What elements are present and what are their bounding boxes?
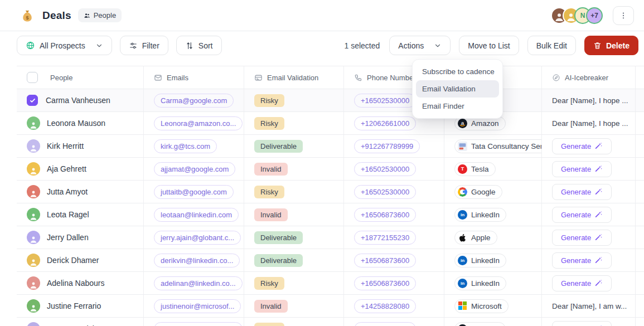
company-pill[interactable]: inLinkedIn (454, 254, 506, 267)
menu-item-email-validation[interactable]: Email Validation (416, 80, 499, 98)
email-pill[interactable]: justinenoir@microsof... (154, 299, 241, 313)
email-cell: Carma@google.com (144, 89, 244, 111)
table-row[interactable]: Derick Dhamerderikvin@linkedin.co...Deli… (17, 249, 644, 272)
email-pill[interactable]: juttaitb@google.com (154, 185, 234, 199)
people-cell: Carma Vanheusen (17, 89, 144, 111)
column-header-email-validation[interactable]: Email Validation (244, 66, 344, 89)
validation-cell: Deliverable (244, 226, 344, 249)
sort-button[interactable]: Sort (176, 36, 222, 55)
email-pill[interactable]: Carma@google.com (154, 94, 234, 108)
phone-pill[interactable]: +16502530000 (354, 185, 416, 199)
bulk-edit-button[interactable]: Bulk Edit (527, 36, 576, 55)
phone-pill[interactable]: +12062661000 (354, 116, 416, 130)
phone-pill[interactable]: +16502530000 (354, 162, 416, 176)
delete-label: Delete (606, 41, 630, 50)
generate-icebreaker-button[interactable]: Generate (552, 207, 612, 223)
table-row[interactable]: Leota Ragelleotaan@linkedin.comInvalid+1… (17, 203, 644, 226)
company-pill[interactable]: TTesla (454, 162, 496, 176)
row-checkbox[interactable] (27, 95, 38, 106)
phone-pill[interactable]: +16506873600 (354, 254, 416, 267)
phone-pill[interactable]: +14258828080 (354, 299, 416, 313)
person-name: Kirk Herritt (47, 142, 84, 150)
menu-item-subscribe-to-cadence[interactable]: Subscribe to cadence (416, 63, 499, 80)
company-pill[interactable]: Tata Consultancy Services (454, 139, 542, 153)
phone-cell: +18772155230 (344, 226, 444, 249)
email-cell: Leonora@amazon.co... (144, 112, 244, 134)
table-row[interactable]: Leonora MausonLeonora@amazon.co...Risky+… (17, 112, 644, 135)
table-row[interactable]: Franec Puzickfrancaronia@amazon...Risky+… (17, 318, 644, 326)
actions-button[interactable]: Actions (389, 36, 451, 55)
email-pill[interactable]: Leonora@amazon.co... (154, 116, 243, 130)
icebreaker-cell: Generate (542, 135, 636, 157)
user-avatar[interactable]: +7 (586, 7, 603, 24)
email-pill[interactable]: adelinan@linkedin.co... (154, 276, 243, 290)
move-to-list-button[interactable]: Move to List (459, 36, 519, 55)
table-row[interactable]: Carma VanheusenCarma@google.comRisky+165… (17, 89, 644, 112)
column-header-ai-icebreaker[interactable]: AI-Icebreaker (542, 66, 636, 89)
icebreaker-cell: Generate (542, 226, 636, 249)
select-all-checkbox[interactable] (27, 72, 38, 83)
company-name: Tesla (471, 165, 489, 173)
avatar (27, 208, 40, 221)
email-cell: francaronia@amazon... (144, 318, 244, 326)
company-pill[interactable]: Microsoft (454, 299, 509, 313)
column-label: Phone Number (367, 74, 415, 82)
magic-wand-icon (595, 279, 603, 287)
generate-icebreaker-button[interactable]: Generate (552, 138, 612, 154)
people-icon (84, 12, 90, 19)
table-row[interactable]: Aja Gehrettajjamat@google.comInvalid+165… (17, 158, 644, 181)
company-name: Google (471, 188, 496, 196)
company-pill[interactable]: Apple (454, 231, 497, 245)
generate-icebreaker-button[interactable]: Generate (552, 184, 612, 200)
company-pill[interactable]: inLinkedIn (454, 208, 506, 222)
more-options-button[interactable] (613, 6, 634, 25)
email-cell: justinenoir@microsof... (144, 295, 244, 317)
context-badge-label: People (94, 11, 116, 20)
table-row[interactable]: Jutta Amyotjuttaitb@google.comRisky+1650… (17, 181, 644, 203)
app-header: $ Deals People N+7 (0, 0, 644, 31)
email-pill[interactable]: francaronia@amazon... (154, 322, 243, 326)
person-name: Carma Vanheusen (46, 96, 110, 105)
filter-button[interactable]: Filter (120, 36, 168, 55)
phone-pill[interactable]: +12062661000 (354, 322, 416, 326)
phone-pill[interactable]: +16502530000 (354, 94, 416, 108)
move-to-list-label: Move to List (468, 41, 510, 50)
email-pill[interactable]: jerry.ajain@globant.c... (154, 231, 241, 245)
overflow-cell (636, 135, 644, 157)
menu-item-email-finder[interactable]: Email Finder (416, 98, 499, 115)
company-pill[interactable]: Google (454, 185, 502, 199)
generate-icebreaker-button[interactable]: Generate (552, 252, 612, 269)
generate-icebreaker-button[interactable]: Generate (552, 161, 612, 177)
overflow-cell (636, 89, 644, 111)
people-cell: Aja Gehrett (17, 158, 144, 180)
column-label: Emails (167, 74, 188, 82)
email-pill[interactable]: leotaan@linkedin.com (154, 208, 239, 222)
email-pill[interactable]: kirk.g@tcs.com (154, 139, 217, 153)
email-pill[interactable]: derikvin@linkedin.co... (154, 254, 240, 267)
table-row[interactable]: Justine Ferrariojustinenoir@microsof...I… (17, 295, 644, 318)
generate-icebreaker-button[interactable]: Generate (552, 321, 612, 326)
table-row[interactable]: Kirk Herrittkirk.g@tcs.comDeliverable+91… (17, 135, 644, 158)
column-header-people[interactable]: People (17, 66, 144, 89)
phone-pill[interactable]: +18772155230 (354, 231, 416, 245)
column-header-emails[interactable]: Emails (144, 66, 244, 89)
people-cell: Leota Ragel (17, 203, 144, 226)
phone-pill[interactable]: +912267789999 (354, 139, 420, 153)
validation-badge: Risky (254, 94, 284, 107)
person-name: Jutta Amyot (47, 187, 88, 196)
company-pill[interactable]: aAmazon (454, 322, 506, 326)
generate-icebreaker-button[interactable]: Generate (552, 275, 612, 291)
table-row[interactable]: Jerry Dallenjerry.ajain@globant.c...Deli… (17, 226, 644, 249)
delete-button[interactable]: Delete (584, 36, 638, 55)
view-selector-button[interactable]: All Prospects (17, 36, 112, 55)
company-cell: inLinkedIn (444, 203, 542, 226)
email-pill[interactable]: ajjamat@google.com (154, 162, 235, 176)
column-label: AI-Icebreaker (565, 74, 608, 82)
phone-pill[interactable]: +16506873600 (354, 208, 416, 222)
company-cell: Google (444, 181, 542, 203)
generate-icebreaker-button[interactable]: Generate (552, 230, 612, 246)
company-pill[interactable]: inLinkedIn (454, 276, 506, 290)
company-cell: aAmazon (444, 318, 542, 326)
phone-pill[interactable]: +16506873600 (354, 276, 416, 290)
table-row[interactable]: Adelina Naboursadelinan@linkedin.co...Ri… (17, 272, 644, 295)
